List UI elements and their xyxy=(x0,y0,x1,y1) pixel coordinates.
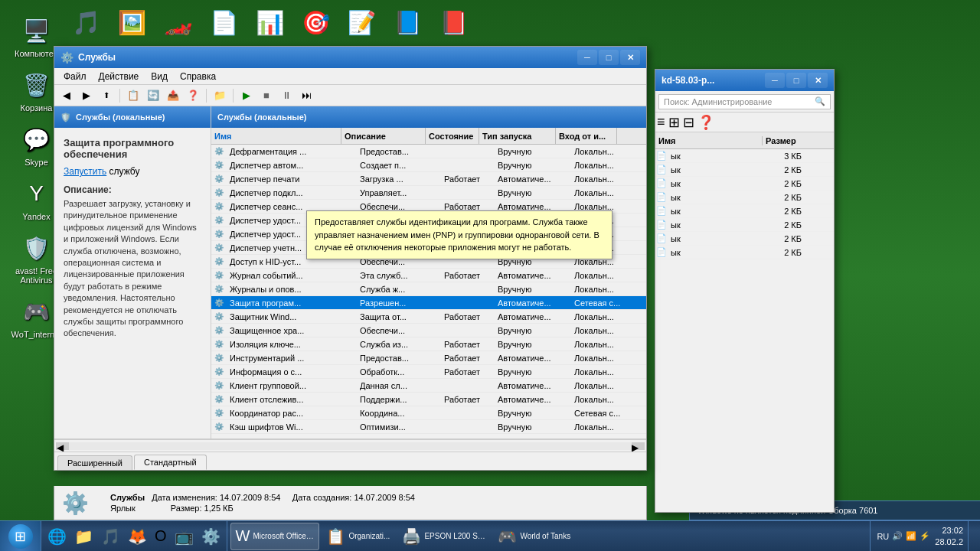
table-row[interactable]: ⚙️ Диспетчер автом... Создает п... Вручн… xyxy=(211,158,646,172)
snap-button[interactable]: 📋 xyxy=(124,87,142,104)
wot-app-label: World of Tanks xyxy=(520,532,570,540)
explorer-row[interactable]: 📄 ык 2 КБ xyxy=(655,204,834,218)
top-icon-word[interactable]: 📘 xyxy=(387,2,429,44)
col-header-status[interactable]: Состояние xyxy=(426,128,479,144)
pause-button[interactable]: ⏸ xyxy=(277,87,296,104)
clock[interactable]: 23:02 28.02.2 xyxy=(935,525,963,547)
explorer-row[interactable]: 📄 ык 2 КБ xyxy=(655,246,834,259)
tab-extended[interactable]: Расширенный xyxy=(57,455,132,470)
explorer-window: kd-58.03-p... ─ □ ✕ Поиск: Администриров… xyxy=(655,69,835,513)
forward-button[interactable]: ▶ xyxy=(77,87,96,104)
top-icon-doc2[interactable]: 📝 xyxy=(341,2,383,44)
table-body[interactable]: ⚙️ Дефрагментация ... Предостав... Вручн… xyxy=(211,145,646,439)
table-row[interactable]: ⚙️ Диспетчер подкл... Управляет... Вручн… xyxy=(211,186,646,200)
taskbar-app-organiz[interactable]: 📋 Organizati... xyxy=(321,523,395,550)
explorer-row[interactable]: 📄 ык 3 КБ xyxy=(655,149,834,163)
table-row[interactable]: ⚙️ Клиент отслежив... Поддержи... Работа… xyxy=(211,393,646,406)
taskbar-app-word[interactable]: W Microsoft Office Wo... xyxy=(230,523,320,550)
table-row[interactable]: ⚙️ Защитник Wind... Защита от... Работае… xyxy=(211,310,646,324)
network-icon[interactable]: 📶 xyxy=(906,531,916,541)
explorer-row[interactable]: 📄 ык 2 КБ xyxy=(655,218,834,232)
explorer-close[interactable]: ✕ xyxy=(808,73,828,88)
service-icon: ⚙️ xyxy=(213,380,225,392)
folder-button[interactable]: 📁 xyxy=(211,87,229,104)
scroll-left-btn[interactable]: ◀ xyxy=(57,442,69,450)
details-view-button[interactable]: ⊟ xyxy=(683,114,694,131)
lang-indicator[interactable]: RU xyxy=(877,532,889,541)
table-row[interactable]: ⚙️ Диспетчер печати Загрузка ... Работае… xyxy=(211,172,646,186)
tab-standard[interactable]: Стандартный xyxy=(134,455,207,470)
table-row[interactable]: ⚙️ Защита програм... Разрешен... Автомат… xyxy=(211,296,646,310)
top-icon-photos[interactable]: 🖼️ xyxy=(111,2,153,44)
table-row[interactable]: ⚙️ Изоляция ключе... Служба из... Работа… xyxy=(211,337,646,351)
col-header-startup[interactable]: Тип запуска xyxy=(479,128,556,144)
top-icon-zune[interactable]: 🎵 xyxy=(65,2,107,44)
start-button[interactable]: ⊞ xyxy=(0,521,41,552)
stop-button[interactable]: ■ xyxy=(257,87,276,104)
top-icon-excel[interactable]: 📊 xyxy=(249,2,291,44)
scroll-right-btn[interactable]: ▶ xyxy=(632,442,644,450)
grid-view-button[interactable]: ⊞ xyxy=(668,114,680,131)
explorer-row[interactable]: 📄 ык 2 КБ xyxy=(655,232,834,246)
service-name: Изоляция ключе... xyxy=(227,340,357,349)
export-button[interactable]: 📤 xyxy=(164,87,182,104)
browser-icon[interactable]: 🦊 xyxy=(125,524,150,549)
start-service-link[interactable]: Запустить xyxy=(64,166,106,177)
top-icon-doc1[interactable]: 📄 xyxy=(203,2,245,44)
table-row[interactable]: ⚙️ Инструментарий ... Предостав... Работ… xyxy=(211,351,646,365)
close-button[interactable]: ✕ xyxy=(620,50,640,65)
explorer-maximize[interactable]: □ xyxy=(786,73,806,88)
ie-icon[interactable]: 🌐 xyxy=(44,524,70,549)
explorer-row[interactable]: 📄 ык 2 КБ xyxy=(655,163,834,177)
horizontal-scroll[interactable]: ◀ ▶ xyxy=(54,439,646,452)
up-button[interactable]: ⬆ xyxy=(97,87,116,104)
help-explorer-button[interactable]: ❓ xyxy=(697,114,714,131)
explorer-titlebar[interactable]: kd-58.03-p... ─ □ ✕ xyxy=(655,70,834,91)
service-login: Локальн... xyxy=(571,188,632,197)
menu-view[interactable]: Вид xyxy=(145,70,174,83)
col-header-desc[interactable]: Описание xyxy=(341,128,426,144)
play-button[interactable]: ▶ xyxy=(237,87,256,104)
services-titlebar[interactable]: ⚙️ Службы ─ □ ✕ xyxy=(54,47,646,68)
top-icon-pdf[interactable]: 📕 xyxy=(433,2,475,44)
show-desktop-button[interactable] xyxy=(968,521,974,552)
explorer-minimize[interactable]: ─ xyxy=(765,73,785,88)
col-header-login[interactable]: Вход от и... xyxy=(556,128,617,144)
list-view-button[interactable]: ≡ xyxy=(657,114,665,130)
table-row[interactable]: ⚙️ Кэш шрифтов Wi... Оптимизи... Вручную… xyxy=(211,420,646,434)
exp-col-size-header[interactable]: Размер xyxy=(763,136,808,145)
table-row[interactable]: ⚙️ Дефрагментация ... Предостав... Вручн… xyxy=(211,145,646,158)
table-row[interactable]: ⚙️ Клиент групповой... Данная сл... Авто… xyxy=(211,379,646,393)
explorer-row[interactable]: 📄 ык 2 КБ xyxy=(655,177,834,191)
next-button[interactable]: ⏭ xyxy=(297,87,315,104)
taskbar-app-epson[interactable]: 🖨️ EPSON L200 Series Руко... xyxy=(397,523,491,550)
table-row[interactable]: ⚙️ Журнал событий... Эта служб... Работа… xyxy=(211,269,646,282)
organiz-app-label: Organizati... xyxy=(348,532,390,540)
refresh-button[interactable]: 🔄 xyxy=(144,87,162,104)
explorer-icon[interactable]: 📁 xyxy=(71,524,96,549)
opera-icon[interactable]: O xyxy=(152,524,170,548)
tv-icon[interactable]: 📺 xyxy=(172,524,197,549)
col-header-name[interactable]: Имя xyxy=(211,128,341,144)
service-desc: Предостав... xyxy=(357,147,441,156)
top-icon-nfs[interactable]: 🏎️ xyxy=(157,2,199,44)
media-icon[interactable]: 🎵 xyxy=(98,524,123,549)
explorer-row[interactable]: 📄 ык 2 КБ xyxy=(655,191,834,204)
taskbar-app-wot[interactable]: 🎮 World of Tanks xyxy=(492,523,576,550)
settings-icon[interactable]: ⚙️ xyxy=(198,524,224,549)
speaker-icon[interactable]: 🔊 xyxy=(892,531,903,541)
menu-action[interactable]: Действие xyxy=(93,70,145,83)
explorer-search-box[interactable]: Поиск: Администрирование 🔍 xyxy=(658,94,831,109)
maximize-button[interactable]: □ xyxy=(599,50,619,65)
menu-file[interactable]: Файл xyxy=(57,70,93,83)
top-icon-shooter[interactable]: 🎯 xyxy=(295,2,337,44)
back-button[interactable]: ◀ xyxy=(57,87,76,104)
help-button[interactable]: ❓ xyxy=(184,87,202,104)
minimize-button[interactable]: ─ xyxy=(577,50,597,65)
exp-col-name-header[interactable]: Имя xyxy=(655,136,763,145)
table-row[interactable]: ⚙️ Защищенное хра... Обеспечи... Вручную… xyxy=(211,324,646,337)
table-row[interactable]: ⚙️ Координатор рас... Координа... Вручну… xyxy=(211,406,646,420)
menu-help[interactable]: Справка xyxy=(174,70,222,83)
table-row[interactable]: ⚙️ Информация о с... Обработк... Работае… xyxy=(211,365,646,379)
table-row[interactable]: ⚙️ Журналы и опов... Служба ж... Вручную… xyxy=(211,282,646,296)
